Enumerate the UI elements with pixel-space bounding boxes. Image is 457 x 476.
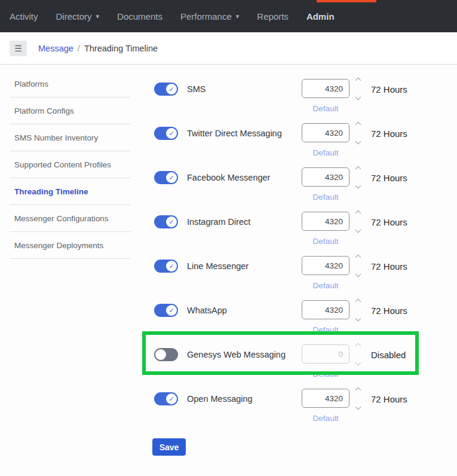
stepper-up-icon[interactable] (355, 387, 361, 393)
duration-label: 72 Hours (371, 261, 407, 271)
sidebar-item-label: Threading Timeline (14, 187, 88, 196)
nav-item-reports[interactable]: Reports (257, 11, 289, 22)
platform-name-label: Line Messenger (187, 261, 249, 271)
sidebar-item-label: Supported Content Profiles (14, 160, 111, 169)
default-link[interactable]: Default (302, 148, 349, 157)
default-link[interactable]: Default (302, 193, 349, 202)
platform-toggle[interactable]: ✓ (154, 171, 178, 184)
toggle-knob-check-icon: ✓ (166, 128, 177, 139)
platform-row-sms: ✓ SMS 72 Hours Default (143, 71, 442, 115)
default-link[interactable]: Default (302, 281, 349, 290)
platform-row-genesys-web-messaging: Genesys Web Messaging Disabled Default (143, 336, 442, 380)
breadcrumb-parent-link[interactable]: Message (38, 44, 73, 53)
stepper-up-icon[interactable] (355, 210, 361, 216)
platform-toggle[interactable]: ✓ (154, 304, 178, 317)
default-link[interactable]: Default (302, 325, 349, 334)
stepper-down-icon[interactable] (355, 360, 361, 366)
sidebar-item-messenger-configurations[interactable]: Messenger Configurations (10, 205, 130, 232)
number-stepper (354, 255, 362, 276)
sidebar-item-supported-content-profiles[interactable]: Supported Content Profiles (10, 151, 130, 178)
sidebar-item-platform-configs[interactable]: Platform Configs (10, 97, 130, 124)
number-stepper (354, 123, 362, 144)
threading-timeline-panel: ✓ SMS 72 Hours Default ✓ Twitter Direct … (143, 71, 442, 425)
default-link[interactable]: Default (302, 237, 349, 246)
number-stepper (354, 388, 362, 409)
timeline-minutes-input[interactable] (302, 79, 349, 98)
default-link[interactable]: Default (302, 104, 349, 113)
toggle-knob-check-icon: ✓ (166, 305, 177, 316)
nav-item-label: Reports (257, 11, 289, 22)
platform-toggle[interactable]: ✓ (154, 215, 178, 228)
platform-name-label: Facebook Messenger (187, 173, 270, 182)
stepper-up-icon[interactable] (355, 78, 361, 84)
sidebar-item-label: SMS Number Inventory (14, 133, 98, 142)
stepper-up-icon[interactable] (355, 299, 361, 305)
nav-item-admin[interactable]: Admin (306, 11, 335, 22)
stepper-down-icon[interactable] (355, 227, 361, 233)
stepper-up-icon[interactable] (355, 166, 361, 172)
duration-label: 72 Hours (371, 173, 407, 183)
stepper-down-icon[interactable] (355, 94, 361, 100)
sidebar-item-label: Platform Configs (14, 106, 74, 115)
nav-item-documents[interactable]: Documents (117, 11, 162, 22)
duration-label: 72 Hours (371, 84, 407, 94)
timeline-minutes-input[interactable] (302, 256, 349, 275)
platform-toggle[interactable] (154, 348, 178, 361)
stepper-down-icon[interactable] (355, 316, 361, 322)
platform-row-twitter-direct-messaging: ✓ Twitter Direct Messaging 72 Hours Defa… (143, 115, 442, 159)
number-stepper (354, 167, 362, 188)
nav-item-label: Admin (306, 11, 335, 22)
default-link[interactable]: Default (302, 370, 349, 379)
platform-name-label: Open Messaging (187, 394, 253, 404)
duration-label: 72 Hours (371, 217, 407, 227)
settings-sidebar: Platforms Platform Configs SMS Number In… (0, 71, 139, 259)
sidebar-item-threading-timeline[interactable]: Threading Timeline (10, 178, 130, 205)
nav-item-label: Directory (56, 11, 92, 22)
sidebar-item-sms-number-inventory[interactable]: SMS Number Inventory (10, 124, 130, 151)
number-stepper (354, 211, 362, 232)
toggle-knob-check-icon (155, 349, 166, 360)
timeline-minutes-input[interactable] (302, 389, 349, 408)
platform-name-label: SMS (187, 84, 206, 94)
stepper-down-icon[interactable] (355, 271, 361, 277)
number-stepper (354, 300, 362, 321)
timeline-minutes-input[interactable] (302, 123, 349, 142)
save-button[interactable]: Save (152, 438, 186, 456)
duration-label: 72 Hours (371, 306, 407, 316)
chevron-down-icon: ▾ (236, 13, 240, 20)
number-stepper (354, 344, 362, 365)
stepper-up-icon[interactable] (355, 122, 361, 128)
nav-item-performance[interactable]: Performance ▾ (180, 11, 239, 22)
breadcrumb-bar: ☰ Message / Threading Timeline (0, 32, 457, 65)
nav-item-activity[interactable]: Activity (10, 11, 38, 22)
platform-toggle[interactable]: ✓ (154, 83, 178, 96)
nav-item-label: Performance (180, 11, 232, 22)
stepper-down-icon[interactable] (355, 139, 361, 145)
platform-toggle[interactable]: ✓ (154, 260, 178, 273)
platform-row-open-messaging: ✓ Open Messaging 72 Hours Default (143, 380, 442, 425)
stepper-down-icon[interactable] (355, 404, 361, 410)
chevron-down-icon: ▾ (96, 13, 100, 20)
platform-name-label: Instagram Direct (187, 217, 250, 227)
timeline-minutes-input[interactable] (302, 300, 349, 319)
platform-toggle[interactable]: ✓ (154, 127, 178, 140)
stepper-down-icon[interactable] (355, 183, 361, 189)
duration-label: Disabled (371, 350, 406, 360)
stepper-up-icon[interactable] (355, 255, 361, 261)
platform-name-label: WhatsApp (187, 306, 227, 315)
sidebar-item-platforms[interactable]: Platforms (10, 71, 130, 97)
nav-item-directory[interactable]: Directory ▾ (56, 11, 100, 22)
hamburger-menu-button[interactable]: ☰ (10, 41, 27, 56)
active-tab-indicator (317, 0, 376, 2)
toggle-knob-check-icon: ✓ (166, 216, 177, 227)
stepper-up-icon[interactable] (355, 343, 361, 349)
timeline-minutes-input[interactable] (302, 212, 349, 231)
default-link[interactable]: Default (302, 414, 349, 423)
platform-name-label: Twitter Direct Messaging (187, 129, 282, 138)
sidebar-item-messenger-deployments[interactable]: Messenger Deployments (10, 232, 130, 259)
duration-label: 72 Hours (371, 129, 407, 139)
platform-name-label: Genesys Web Messaging (187, 350, 286, 359)
platform-toggle[interactable]: ✓ (154, 392, 178, 405)
platform-row-instagram-direct: ✓ Instagram Direct 72 Hours Default (143, 203, 442, 248)
timeline-minutes-input[interactable] (302, 167, 349, 187)
